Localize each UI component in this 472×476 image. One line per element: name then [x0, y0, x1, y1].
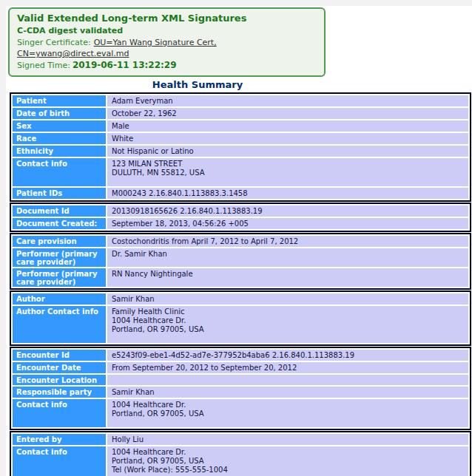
- table-row: Responsible partySamir Khan: [13, 387, 468, 398]
- value-line: 1004 Healthcare Dr.: [112, 448, 464, 456]
- value-line: Samir Khan: [112, 388, 464, 396]
- row-label: Date of birth: [13, 108, 106, 119]
- value-line: Portland, OR 97005, USA: [112, 325, 464, 333]
- value-line: 1004 Healthcare Dr.: [112, 401, 464, 409]
- summary-table-group-4: Encounter Ide5243f09-ebe1-4d52-ad7e-3779…: [10, 347, 471, 430]
- row-label: Author: [13, 293, 106, 305]
- table-row: EthnicityNot Hispanic or Latino: [13, 146, 468, 157]
- value-line: 1004 Healthcare Dr.: [112, 316, 464, 324]
- value-line: e5243f09-ebe1-4d52-ad7e-377952b4aba6 2.1…: [112, 351, 464, 359]
- signature-validation-banner: Valid Extended Long-term XML Signatures …: [8, 7, 326, 77]
- row-label: Race: [13, 133, 106, 144]
- table-row: RaceWhite: [13, 133, 468, 144]
- table-row: PatientAdam Everyman: [13, 95, 468, 106]
- table-row: Encounter Ide5243f09-ebe1-4d52-ad7e-3779…: [13, 350, 468, 361]
- row-label: Ethnicity: [13, 146, 106, 157]
- value-line: Adam Everyman: [112, 97, 464, 105]
- row-value: From September 20, 2012 to September 20,…: [107, 362, 468, 373]
- value-line: M000243 2.16.840.1.113883.3.1458: [112, 189, 464, 197]
- table-row: Entered byHolly Liu: [13, 434, 468, 445]
- row-value: RN Nancy Nightingale: [107, 268, 468, 287]
- table-row: Contact info1004 Healthcare Dr.Portland,…: [13, 399, 468, 427]
- row-label: Document Created:: [13, 218, 106, 229]
- row-value: 1004 Healthcare Dr.Portland, OR 97005, U…: [107, 446, 468, 476]
- row-value: Samir Khan: [107, 293, 468, 305]
- row-value: e5243f09-ebe1-4d52-ad7e-377952b4aba6 2.1…: [107, 350, 468, 361]
- value-line: From September 20, 2012 to September 20,…: [112, 364, 464, 372]
- value-line: Portland, OR 97005, USA: [112, 457, 464, 465]
- value-line: 123 MILAN STREET: [112, 160, 464, 168]
- row-value: September 18, 2013, 04:56:26 +005: [107, 218, 468, 229]
- row-value: White: [107, 133, 468, 144]
- table-row: SexMale: [13, 120, 468, 132]
- row-label: Encounter Id: [13, 350, 106, 361]
- summary-table-group-3: AuthorSamir KhanAuthor Contact infoFamil…: [10, 290, 471, 346]
- value-line: RN Nancy Nightingale: [112, 270, 464, 278]
- row-label: Patient: [13, 95, 106, 106]
- certificate-label: Singer Certificate:: [17, 38, 91, 47]
- row-value: Dr. Samir Khan: [107, 248, 468, 267]
- table-row: Patient IDsM000243 2.16.840.1.113883.3.1…: [13, 188, 468, 199]
- row-label: Performer (primary care provider): [13, 248, 106, 267]
- value-line: Samir Khan: [112, 295, 464, 303]
- row-label: Entered by: [13, 434, 106, 445]
- value-line: September 18, 2013, 04:56:26 +005: [112, 220, 464, 228]
- row-value: 123 MILAN STREETDULUTH, MN 55812, USA: [107, 158, 468, 186]
- row-value: [107, 375, 468, 385]
- summary-table-group-2: Care provisionCostochondritis from April…: [10, 233, 471, 290]
- row-label: Encounter Date: [13, 362, 106, 373]
- value-line: Not Hispanic or Latino: [112, 147, 464, 155]
- row-value: Samir Khan: [107, 387, 468, 398]
- row-value: October 22, 1962: [107, 108, 468, 119]
- value-line: Dr. Samir Khan: [112, 250, 464, 258]
- table-row: Document Id20130918165626 2.16.840.1.113…: [13, 205, 468, 217]
- page-title: Health Summary: [6, 79, 389, 90]
- summary-table-group-5: Entered byHolly LiuContact info1004 Heal…: [10, 431, 471, 476]
- value-line: Costochondritis from April 7, 2012 to Ap…: [112, 237, 464, 245]
- row-value: Holly Liu: [107, 434, 468, 445]
- row-label: Patient IDs: [13, 188, 106, 199]
- summary-table-group-1: Document Id20130918165626 2.16.840.1.113…: [10, 203, 471, 232]
- row-label: Author Contact info: [13, 306, 106, 343]
- row-value: M000243 2.16.840.1.113883.3.1458: [107, 188, 468, 199]
- table-row: Date of birthOctober 22, 1962: [13, 108, 468, 119]
- row-value: Adam Everyman: [107, 95, 468, 106]
- table-row: Care provisionCostochondritis from April…: [13, 236, 468, 247]
- table-row: Performer (primary care provider)Dr. Sam…: [13, 248, 468, 267]
- row-label: Encounter Location: [13, 375, 106, 385]
- signed-time-label: Signed Time:: [17, 61, 70, 70]
- table-row: Document Created:September 18, 2013, 04:…: [13, 218, 468, 229]
- table-row: Encounter DateFrom September 20, 2012 to…: [13, 362, 468, 373]
- banner-title: Valid Extended Long-term XML Signatures: [17, 13, 317, 24]
- value-line: DULUTH, MN 55812, USA: [112, 169, 464, 177]
- digest-status: C-CDA digest validated: [17, 25, 317, 36]
- row-label: Performer (primary care provider): [13, 268, 106, 287]
- summary-table-group-0: PatientAdam EverymanDate of birthOctober…: [10, 92, 471, 202]
- row-value: Costochondritis from April 7, 2012 to Ap…: [107, 236, 468, 247]
- value-line: White: [112, 135, 464, 143]
- document-page: Valid Extended Long-term XML Signatures …: [6, 6, 472, 476]
- table-row: Contact info123 MILAN STREETDULUTH, MN 5…: [13, 158, 468, 186]
- row-label: Contact info: [13, 158, 106, 186]
- value-line: Tel (Work Place): 555-555-1004: [112, 466, 464, 474]
- row-value: Not Hispanic or Latino: [107, 146, 468, 157]
- value-line: Male: [112, 122, 464, 130]
- table-row: Encounter Location: [13, 375, 468, 385]
- table-row: Contact info1004 Healthcare Dr.Portland,…: [13, 446, 468, 476]
- table-row: AuthorSamir Khan: [13, 293, 468, 305]
- table-row: Author Contact infoFamily Health Clinic1…: [13, 306, 468, 343]
- row-label: Care provision: [13, 236, 106, 247]
- certificate-line: Singer Certificate:OU=Yan Wang Signature…: [17, 37, 317, 59]
- summary-tables: PatientAdam EverymanDate of birthOctober…: [10, 92, 472, 476]
- signed-time-value: 2019-06-11 13:22:29: [73, 60, 177, 70]
- row-label: Document Id: [13, 205, 106, 217]
- value-line: Portland, OR 97005, USA: [112, 409, 464, 418]
- value-line: October 22, 1962: [112, 109, 464, 118]
- value-line: Holly Liu: [112, 435, 464, 443]
- row-label: Contact info: [13, 399, 106, 427]
- value-line: 20130918165626 2.16.840.1.113883.19: [112, 207, 464, 215]
- signed-time-line: Signed Time:2019-06-11 13:22:29: [17, 60, 317, 71]
- row-label: Sex: [13, 120, 106, 132]
- row-value: Male: [107, 120, 468, 132]
- value-line: Family Health Clinic: [112, 307, 464, 316]
